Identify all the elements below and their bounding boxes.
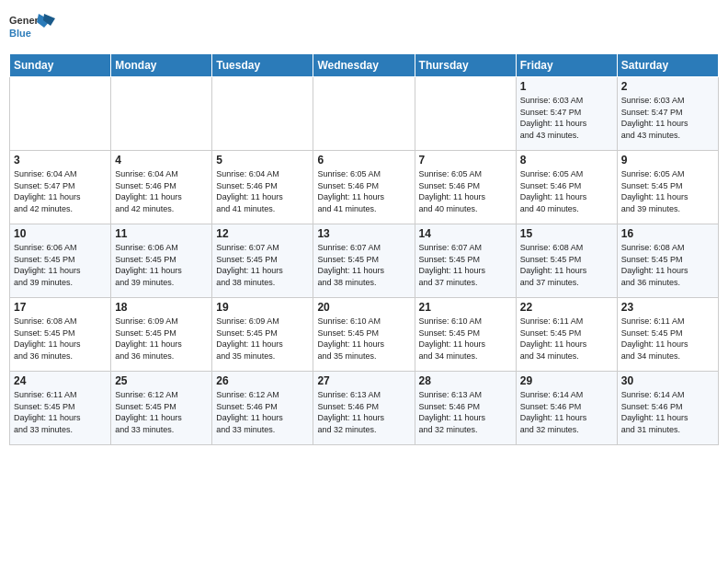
calendar-cell <box>212 77 313 151</box>
day-number: 1 <box>520 80 613 93</box>
day-info: Sunrise: 6:05 AMSunset: 5:46 PMDaylight:… <box>419 168 512 214</box>
weekday-header-monday: Monday <box>111 54 212 77</box>
day-info: Sunrise: 6:11 AMSunset: 5:45 PMDaylight:… <box>621 316 714 362</box>
weekday-header-sunday: Sunday <box>10 54 111 77</box>
day-info: Sunrise: 6:11 AMSunset: 5:45 PMDaylight:… <box>520 316 613 362</box>
calendar-cell: 9Sunrise: 6:05 AMSunset: 5:45 PMDaylight… <box>617 151 718 224</box>
calendar-cell: 25Sunrise: 6:12 AMSunset: 5:45 PMDayligh… <box>111 372 212 445</box>
day-info: Sunrise: 6:06 AMSunset: 5:45 PMDaylight:… <box>14 242 107 288</box>
day-info: Sunrise: 6:07 AMSunset: 5:45 PMDaylight:… <box>419 242 512 288</box>
day-info: Sunrise: 6:04 AMSunset: 5:46 PMDaylight:… <box>216 168 309 214</box>
calendar-cell: 15Sunrise: 6:08 AMSunset: 5:45 PMDayligh… <box>516 224 617 298</box>
day-number: 2 <box>621 80 714 93</box>
day-number: 18 <box>115 301 208 314</box>
calendar-cell: 4Sunrise: 6:04 AMSunset: 5:46 PMDaylight… <box>111 151 212 224</box>
calendar-cell: 6Sunrise: 6:05 AMSunset: 5:46 PMDaylight… <box>313 151 415 224</box>
calendar-week-row: 17Sunrise: 6:08 AMSunset: 5:45 PMDayligh… <box>10 298 719 372</box>
calendar-cell: 20Sunrise: 6:10 AMSunset: 5:45 PMDayligh… <box>313 298 415 372</box>
calendar-cell: 29Sunrise: 6:14 AMSunset: 5:46 PMDayligh… <box>516 372 617 445</box>
day-number: 8 <box>520 154 613 167</box>
calendar-cell: 14Sunrise: 6:07 AMSunset: 5:45 PMDayligh… <box>415 224 516 298</box>
day-info: Sunrise: 6:14 AMSunset: 5:46 PMDaylight:… <box>621 389 714 435</box>
calendar-cell: 28Sunrise: 6:13 AMSunset: 5:46 PMDayligh… <box>415 372 516 445</box>
day-number: 30 <box>621 374 714 387</box>
calendar-cell: 11Sunrise: 6:06 AMSunset: 5:45 PMDayligh… <box>111 224 212 298</box>
calendar-cell <box>111 77 212 151</box>
day-number: 6 <box>317 154 410 167</box>
day-number: 28 <box>419 374 512 387</box>
day-info: Sunrise: 6:09 AMSunset: 5:45 PMDaylight:… <box>115 316 208 362</box>
calendar-cell: 3Sunrise: 6:04 AMSunset: 5:47 PMDaylight… <box>10 151 111 224</box>
day-number: 20 <box>317 301 410 314</box>
calendar-cell: 7Sunrise: 6:05 AMSunset: 5:46 PMDaylight… <box>415 151 516 224</box>
day-info: Sunrise: 6:05 AMSunset: 5:46 PMDaylight:… <box>520 168 613 214</box>
day-info: Sunrise: 6:10 AMSunset: 5:45 PMDaylight:… <box>419 316 512 362</box>
calendar-cell: 12Sunrise: 6:07 AMSunset: 5:45 PMDayligh… <box>212 224 313 298</box>
calendar-week-row: 24Sunrise: 6:11 AMSunset: 5:45 PMDayligh… <box>10 372 719 445</box>
calendar-cell: 8Sunrise: 6:05 AMSunset: 5:46 PMDaylight… <box>516 151 617 224</box>
calendar-cell: 23Sunrise: 6:11 AMSunset: 5:45 PMDayligh… <box>617 298 718 372</box>
calendar-cell: 19Sunrise: 6:09 AMSunset: 5:45 PMDayligh… <box>212 298 313 372</box>
day-number: 22 <box>520 301 613 314</box>
calendar-cell <box>10 77 111 151</box>
calendar-week-row: 3Sunrise: 6:04 AMSunset: 5:47 PMDaylight… <box>10 151 719 224</box>
weekday-header-friday: Friday <box>516 54 617 77</box>
weekday-header-tuesday: Tuesday <box>212 54 313 77</box>
day-info: Sunrise: 6:06 AMSunset: 5:45 PMDaylight:… <box>115 242 208 288</box>
day-number: 15 <box>520 227 613 240</box>
calendar-cell: 2Sunrise: 6:03 AMSunset: 5:47 PMDaylight… <box>617 77 718 151</box>
day-number: 14 <box>419 227 512 240</box>
calendar-week-row: 1Sunrise: 6:03 AMSunset: 5:47 PMDaylight… <box>10 77 719 151</box>
svg-text:Blue: Blue <box>9 28 31 39</box>
calendar-cell: 26Sunrise: 6:12 AMSunset: 5:46 PMDayligh… <box>212 372 313 445</box>
day-info: Sunrise: 6:08 AMSunset: 5:45 PMDaylight:… <box>621 242 714 288</box>
day-info: Sunrise: 6:13 AMSunset: 5:46 PMDaylight:… <box>419 389 512 435</box>
day-number: 25 <box>115 374 208 387</box>
calendar-cell: 18Sunrise: 6:09 AMSunset: 5:45 PMDayligh… <box>111 298 212 372</box>
day-info: Sunrise: 6:04 AMSunset: 5:46 PMDaylight:… <box>115 168 208 214</box>
day-number: 3 <box>14 154 107 167</box>
calendar-cell: 1Sunrise: 6:03 AMSunset: 5:47 PMDaylight… <box>516 77 617 151</box>
calendar-cell: 17Sunrise: 6:08 AMSunset: 5:45 PMDayligh… <box>10 298 111 372</box>
calendar-cell <box>313 77 415 151</box>
calendar-week-row: 10Sunrise: 6:06 AMSunset: 5:45 PMDayligh… <box>10 224 719 298</box>
day-info: Sunrise: 6:08 AMSunset: 5:45 PMDaylight:… <box>14 316 107 362</box>
day-number: 27 <box>317 374 410 387</box>
day-number: 4 <box>115 154 208 167</box>
day-info: Sunrise: 6:03 AMSunset: 5:47 PMDaylight:… <box>621 95 714 141</box>
calendar-cell: 21Sunrise: 6:10 AMSunset: 5:45 PMDayligh… <box>415 298 516 372</box>
day-number: 21 <box>419 301 512 314</box>
day-number: 17 <box>14 301 107 314</box>
calendar-cell: 30Sunrise: 6:14 AMSunset: 5:46 PMDayligh… <box>617 372 718 445</box>
weekday-header-row: SundayMondayTuesdayWednesdayThursdayFrid… <box>10 54 719 77</box>
calendar-cell: 13Sunrise: 6:07 AMSunset: 5:45 PMDayligh… <box>313 224 415 298</box>
calendar-cell: 22Sunrise: 6:11 AMSunset: 5:45 PMDayligh… <box>516 298 617 372</box>
calendar-cell: 27Sunrise: 6:13 AMSunset: 5:46 PMDayligh… <box>313 372 415 445</box>
day-info: Sunrise: 6:07 AMSunset: 5:45 PMDaylight:… <box>216 242 309 288</box>
day-number: 9 <box>621 154 714 167</box>
day-number: 10 <box>14 227 107 240</box>
calendar-cell: 16Sunrise: 6:08 AMSunset: 5:45 PMDayligh… <box>617 224 718 298</box>
day-info: Sunrise: 6:07 AMSunset: 5:45 PMDaylight:… <box>317 242 410 288</box>
day-info: Sunrise: 6:10 AMSunset: 5:45 PMDaylight:… <box>317 316 410 362</box>
day-info: Sunrise: 6:12 AMSunset: 5:46 PMDaylight:… <box>216 389 309 435</box>
day-number: 19 <box>216 301 309 314</box>
day-number: 7 <box>419 154 512 167</box>
day-info: Sunrise: 6:13 AMSunset: 5:46 PMDaylight:… <box>317 389 410 435</box>
calendar-cell: 10Sunrise: 6:06 AMSunset: 5:45 PMDayligh… <box>10 224 111 298</box>
day-info: Sunrise: 6:12 AMSunset: 5:45 PMDaylight:… <box>115 389 208 435</box>
day-info: Sunrise: 6:05 AMSunset: 5:45 PMDaylight:… <box>621 168 714 214</box>
calendar-table: SundayMondayTuesdayWednesdayThursdayFrid… <box>9 53 719 445</box>
calendar-cell: 5Sunrise: 6:04 AMSunset: 5:46 PMDaylight… <box>212 151 313 224</box>
page-header: GeneralBlue <box>9 9 719 46</box>
day-number: 23 <box>621 301 714 314</box>
day-number: 16 <box>621 227 714 240</box>
day-info: Sunrise: 6:08 AMSunset: 5:45 PMDaylight:… <box>520 242 613 288</box>
calendar-cell <box>415 77 516 151</box>
logo: GeneralBlue <box>9 9 55 46</box>
day-number: 5 <box>216 154 309 167</box>
day-number: 29 <box>520 374 613 387</box>
day-number: 13 <box>317 227 410 240</box>
logo-graphic: GeneralBlue <box>9 9 55 46</box>
weekday-header-saturday: Saturday <box>617 54 718 77</box>
